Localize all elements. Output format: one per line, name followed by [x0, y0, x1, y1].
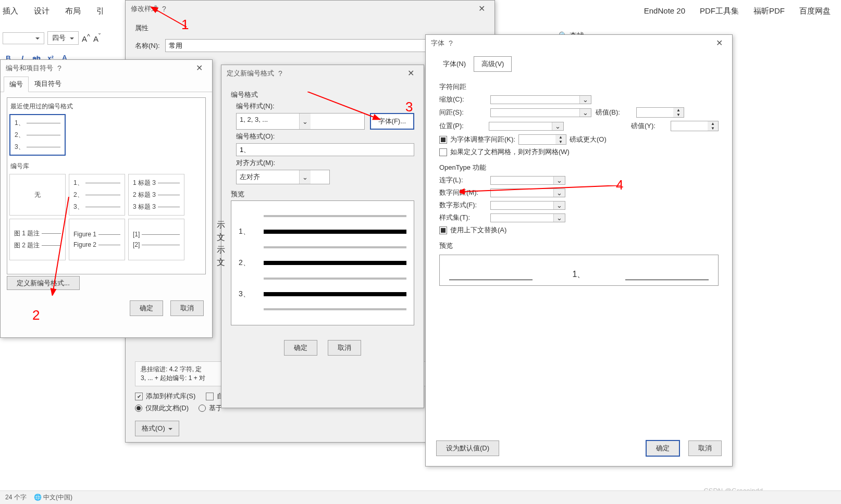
lib-item-figcn[interactable]: 图 1 题注 图 2 题注: [9, 219, 66, 260]
define-new-num-button[interactable]: 定义新编号格式...: [7, 276, 80, 290]
chk-context[interactable]: [439, 226, 447, 234]
spacing-dropdown[interactable]: ⌄: [490, 108, 591, 117]
num-format-label: 编号格式(O):: [236, 132, 414, 141]
number-library-list[interactable]: 最近使用过的编号格式 1、 2、 3、 编号库 无 1、 2、 3、 1 标题 …: [7, 97, 206, 274]
liga-label: 连字(L):: [439, 175, 486, 185]
num-preview: 1、 2、 3、: [231, 200, 414, 325]
tab-layout[interactable]: 布局: [65, 6, 81, 16]
newnum-help-icon[interactable]: ?: [274, 69, 287, 78]
scale-label: 缩放(C):: [439, 95, 486, 104]
lang-indicator[interactable]: 🌐 中文(中国): [34, 493, 72, 502]
bullets-ok-button[interactable]: 确定: [130, 300, 163, 316]
modify-help-icon[interactable]: ?: [158, 5, 170, 13]
tab-foxit[interactable]: 福昕PDF: [753, 6, 785, 16]
chk-addlib[interactable]: ✔: [135, 393, 143, 400]
ribbon-tabs: 插入 设计 布局 引: [3, 6, 104, 16]
modify-close-icon[interactable]: ✕: [474, 4, 489, 14]
font-help-icon[interactable]: ?: [444, 39, 457, 47]
numsp-label: 数字间距(M):: [439, 188, 486, 197]
numsp-dropdown[interactable]: ⌄: [490, 188, 565, 197]
lib-item-heading[interactable]: 1 标题 3 2 标题 3 3 标题 3: [128, 174, 184, 216]
shrink-font-icon[interactable]: Aˇ: [93, 33, 101, 43]
font-preview: 1、: [439, 255, 719, 286]
position-dropdown[interactable]: ⌄: [489, 122, 564, 131]
num-align-dropdown[interactable]: 左对齐⌄: [236, 170, 330, 184]
numform-dropdown[interactable]: ⌄: [490, 201, 565, 210]
font-dialog: 字体 ? ✕ 字体(N) 高级(V) 字符间距 缩放(C): ⌄ 间距(S): …: [425, 34, 733, 467]
radio-docOnly[interactable]: [135, 405, 142, 412]
bg-text: 示文示文: [217, 219, 225, 269]
newnum-cancel-button[interactable]: 取消: [328, 340, 361, 356]
num-align-label: 对齐方式(M):: [236, 158, 414, 168]
tab-numbering[interactable]: 编号: [4, 77, 29, 92]
tab-font-advanced[interactable]: 高级(V): [474, 56, 512, 72]
tab-bullets[interactable]: 项目符号: [29, 76, 67, 92]
format-dropdown-button[interactable]: 格式(O): [135, 421, 179, 436]
tab-endnote[interactable]: EndNote 20: [644, 6, 685, 16]
font-title: 字体: [431, 39, 444, 48]
bullets-close-icon[interactable]: ✕: [192, 63, 207, 73]
modify-name-label: 名称(N):: [135, 41, 160, 51]
bullets-help-icon[interactable]: ?: [53, 64, 66, 72]
section-recent: 最近使用过的编号格式: [9, 100, 203, 113]
wordcount: 24 个字: [5, 493, 27, 502]
scale-dropdown[interactable]: ⌄: [490, 95, 591, 104]
pt1-label: 磅值(B):: [596, 108, 632, 117]
styleset-label: 样式集(T):: [439, 213, 486, 222]
lib-item-figen[interactable]: Figure 1 Figure 2: [69, 219, 125, 260]
styleset-dropdown[interactable]: ⌄: [490, 213, 565, 222]
bullets-dialog: 编号和项目符号 ? ✕ 编号 项目符号 最近使用过的编号格式 1、 2、 3、 …: [0, 59, 213, 338]
newnum-group: 编号格式: [231, 90, 414, 99]
num-format-input[interactable]: [236, 143, 414, 156]
tab-baidu[interactable]: 百度网盘: [799, 6, 831, 16]
num-style-dropdown[interactable]: 1, 2, 3, ...⌄: [236, 113, 365, 130]
status-bar: 24 个字 🌐 中文(中国): [0, 490, 841, 504]
lib-item-bracket[interactable]: [1] [2]: [128, 219, 184, 260]
modify-attr-group: 属性: [135, 23, 485, 33]
spacing-pt-spinner[interactable]: ▲▼: [636, 107, 684, 118]
ribbon-fontsize-row: 四号 A^ Aˇ: [3, 31, 101, 45]
newnum-close-icon[interactable]: ✕: [403, 68, 418, 78]
chk-auto[interactable]: [206, 393, 214, 400]
tab-insert[interactable]: 插入: [3, 6, 18, 16]
font-close-icon[interactable]: ✕: [712, 38, 727, 48]
newnum-title: 定义新编号格式: [227, 69, 274, 78]
new-number-format-dialog: 定义新编号格式 ? ✕ 编号格式 编号样式(N): 1, 2, 3, ...⌄ …: [221, 65, 424, 408]
preview-label: 预览: [231, 190, 414, 199]
font-default-button[interactable]: 设为默认值(D): [436, 440, 499, 456]
liga-dropdown[interactable]: ⌄: [490, 176, 565, 185]
position-label: 位置(P):: [439, 121, 485, 131]
font-name-dropdown[interactable]: [3, 32, 44, 44]
position-pt-spinner[interactable]: ▲▼: [671, 121, 719, 131]
spacing-label: 间距(S):: [439, 108, 486, 117]
tab-font-basic[interactable]: 字体(N): [435, 56, 474, 72]
font-preview-label: 预览: [439, 241, 719, 250]
tab-ref[interactable]: 引: [96, 6, 104, 16]
bullets-title: 编号和项目符号: [6, 64, 53, 73]
font-ok-button[interactable]: 确定: [646, 440, 680, 457]
font-cancel-button[interactable]: 取消: [688, 440, 722, 456]
kern-spinner[interactable]: ▲▼: [518, 134, 566, 145]
spacing-section: 字符间距: [439, 82, 719, 92]
newnum-ok-button[interactable]: 确定: [284, 340, 317, 356]
ribbon-tabs-right: EndNote 20 PDF工具集 福昕PDF 百度网盘: [644, 6, 831, 16]
modify-title: 修改样式: [131, 4, 158, 14]
font-size-dropdown[interactable]: 四号: [47, 31, 79, 45]
opentype-section: OpenType 功能: [439, 163, 719, 172]
lib-item-none[interactable]: 无: [9, 174, 66, 216]
section-library: 编号库: [9, 160, 203, 173]
font-button[interactable]: 字体(F)...: [370, 113, 414, 130]
grow-font-icon[interactable]: A^: [82, 33, 90, 43]
bullets-cancel-button[interactable]: 取消: [170, 300, 204, 316]
tab-design[interactable]: 设计: [34, 6, 50, 16]
numform-label: 数字形式(F):: [439, 200, 486, 210]
radio-tmpl[interactable]: [199, 405, 206, 412]
lib-item-cn[interactable]: 1、 2、 3、: [69, 174, 125, 216]
lib-item-recent-1[interactable]: 1、 2、 3、: [9, 114, 66, 156]
num-style-label: 编号样式(N):: [236, 102, 414, 111]
tab-pdftools[interactable]: PDF工具集: [700, 6, 739, 16]
chk-snap-grid[interactable]: [439, 148, 447, 156]
pt2-label: 磅值(Y):: [631, 121, 666, 131]
chk-kern[interactable]: [439, 136, 447, 144]
